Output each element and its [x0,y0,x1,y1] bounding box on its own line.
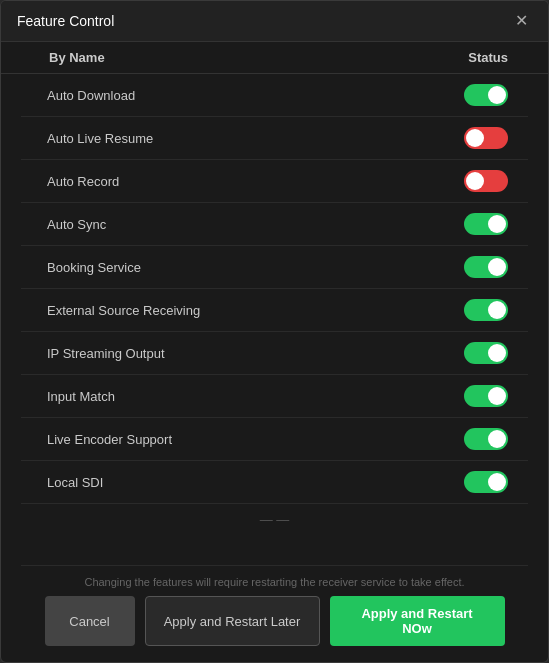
feature-toggle[interactable] [464,213,508,235]
feature-list: Auto DownloadAuto Live ResumeAuto Record… [1,74,548,565]
feature-row: IP Streaming Output [21,332,528,375]
col-name-header: By Name [49,50,105,65]
footer-note: Changing the features will require resta… [1,566,548,596]
close-button[interactable]: ✕ [511,11,532,31]
feature-name: Auto Live Resume [47,131,153,146]
feature-control-dialog: Feature Control ✕ By Name Status Auto Do… [0,0,549,663]
cancel-button[interactable]: Cancel [45,596,135,646]
more-indicator: — — [21,504,528,535]
feature-toggle[interactable] [464,428,508,450]
dialog-title: Feature Control [17,13,114,29]
feature-name: External Source Receiving [47,303,200,318]
feature-name: Auto Download [47,88,135,103]
feature-name: IP Streaming Output [47,346,165,361]
feature-toggle[interactable] [464,471,508,493]
restart-later-button[interactable]: Apply and Restart Later [145,596,320,646]
feature-toggle[interactable] [464,84,508,106]
footer-buttons: Cancel Apply and Restart Later Apply and… [1,596,548,662]
feature-toggle[interactable] [464,256,508,278]
feature-row: Booking Service [21,246,528,289]
feature-name: Live Encoder Support [47,432,172,447]
restart-now-button[interactable]: Apply and Restart NOw [330,596,505,646]
feature-toggle[interactable] [464,385,508,407]
feature-row: Input Match [21,375,528,418]
feature-toggle[interactable] [464,127,508,149]
feature-name: Local SDI [47,475,103,490]
table-header: By Name Status [1,42,548,74]
feature-name: Auto Record [47,174,119,189]
feature-toggle[interactable] [464,342,508,364]
feature-toggle[interactable] [464,170,508,192]
feature-row: Local SDI [21,461,528,504]
feature-row: Auto Record [21,160,528,203]
feature-row: Auto Sync [21,203,528,246]
feature-row: Auto Download [21,74,528,117]
feature-toggle[interactable] [464,299,508,321]
col-status-header: Status [468,50,508,65]
feature-name: Auto Sync [47,217,106,232]
feature-row: Live Encoder Support [21,418,528,461]
feature-name: Booking Service [47,260,141,275]
title-bar: Feature Control ✕ [1,1,548,42]
feature-row: Auto Live Resume [21,117,528,160]
feature-row: External Source Receiving [21,289,528,332]
feature-name: Input Match [47,389,115,404]
